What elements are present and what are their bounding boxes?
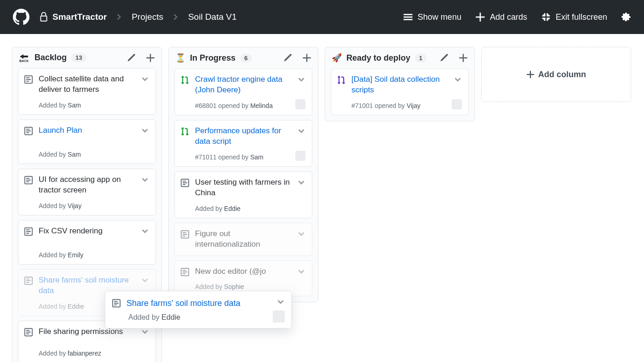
card[interactable]: UI for accessing app on tractor screen A…	[18, 169, 156, 215]
card-menu-icon[interactable]	[296, 229, 306, 239]
svg-point-8	[182, 76, 184, 78]
pr-open-icon	[180, 75, 190, 85]
pr-merged-icon	[337, 75, 346, 85]
card-meta: Added by fabianperez	[39, 350, 149, 357]
header-actions: Show menu Add cards Exit fullscreen	[403, 12, 631, 22]
breadcrumb-repo[interactable]: SmartTractor	[52, 12, 107, 22]
svg-point-11	[182, 127, 184, 130]
add-column-button[interactable]: Add column	[481, 47, 631, 102]
card-meta: Added by Emily	[39, 251, 149, 259]
note-icon	[24, 328, 33, 337]
avatar	[452, 99, 462, 109]
show-menu-label: Show menu	[418, 12, 461, 22]
card-title: Launch Plan	[39, 125, 95, 136]
card[interactable]: Performance updates for data script #710…	[174, 120, 312, 167]
hourglass-icon: ⏳	[175, 53, 185, 63]
avatar	[273, 311, 285, 322]
card[interactable]: [Data] Soil data collection scripts #710…	[331, 68, 469, 115]
add-card-icon[interactable]	[459, 53, 468, 62]
card-menu-icon[interactable]	[140, 226, 150, 236]
card-title: New doc editor (@jo	[195, 266, 279, 277]
avatar	[295, 151, 305, 161]
note-icon	[24, 175, 33, 185]
svg-point-12	[182, 133, 184, 136]
column-header: ⏳ In Progress 6	[169, 47, 318, 68]
column-title: In Progress	[190, 53, 236, 63]
column-count: 6	[240, 54, 252, 62]
note-icon	[180, 267, 190, 277]
add-cards-label: Add cards	[490, 12, 527, 22]
card-menu-icon[interactable]	[296, 74, 306, 85]
edit-column-icon[interactable]	[439, 53, 448, 62]
column-header: 🚀 Ready to deploy 1	[325, 47, 474, 68]
exit-fullscreen-button[interactable]: Exit fullscreen	[541, 12, 607, 22]
card[interactable]: Fix CSV rendering Added by Emily	[18, 220, 156, 265]
exit-fullscreen-icon	[541, 12, 551, 22]
board: BACK Backlog 13 Collect satellite data a…	[0, 34, 644, 362]
card[interactable]: Figure out internationalization	[174, 223, 312, 256]
card-title: User testing with farmers in China	[195, 177, 305, 198]
svg-rect-0	[40, 16, 46, 21]
plus-icon	[475, 12, 485, 22]
card[interactable]: Launch Plan Added by Sam	[18, 119, 156, 164]
gear-icon[interactable]	[621, 12, 631, 22]
add-card-icon[interactable]	[302, 53, 311, 62]
card-meta: Added by Sam	[39, 151, 149, 158]
card-meta: #68801 opened by Melinda	[195, 102, 305, 109]
card-menu-icon[interactable]	[140, 74, 150, 84]
chevron-right-icon	[115, 13, 123, 21]
card-title: Crawl tractor engine data (John Deere)	[195, 74, 305, 96]
avatar	[295, 99, 305, 109]
card-menu-icon[interactable]	[453, 74, 463, 85]
card-meta: Added by Vijay	[39, 202, 149, 209]
card-meta: Added by Eddie	[195, 205, 305, 212]
card[interactable]: Crawl tractor engine data (John Deere) #…	[174, 68, 312, 115]
note-icon	[24, 276, 33, 285]
plus-icon	[526, 70, 535, 79]
note-icon	[180, 178, 190, 187]
card-menu-icon[interactable]	[296, 266, 306, 277]
svg-point-17	[338, 76, 340, 78]
card-meta: Added by Sam	[39, 102, 149, 109]
card-menu-icon[interactable]	[276, 297, 286, 307]
add-column-label: Add column	[538, 70, 586, 79]
show-menu-button[interactable]: Show menu	[403, 12, 461, 22]
back-icon: BACK	[19, 53, 30, 62]
card-menu-icon[interactable]	[140, 275, 150, 285]
dragging-card[interactable]: Share farms' soil moisture data Added by…	[105, 291, 292, 328]
card-menu-icon[interactable]	[140, 125, 150, 136]
header: SmartTractor Projects Soil Data V1 Show …	[0, 0, 644, 34]
pr-open-icon	[180, 127, 190, 136]
column-in-progress: ⏳ In Progress 6 Crawl tractor engine dat…	[168, 47, 318, 302]
card-menu-icon[interactable]	[296, 177, 306, 187]
column-ready: 🚀 Ready to deploy 1 [Data] Soil data col…	[325, 47, 475, 121]
cards-list: [Data] Soil data collection scripts #710…	[325, 68, 474, 121]
card-title: Share farms' soil moisture data	[126, 298, 253, 309]
lock-icon	[40, 12, 48, 22]
note-icon	[24, 227, 33, 236]
menu-icon	[403, 12, 413, 22]
card-meta: Added by Eddie	[128, 313, 284, 322]
card[interactable]: Collect satellite data and deliver to fa…	[18, 68, 156, 115]
note-icon	[24, 126, 33, 136]
column-title: Backlog	[34, 53, 67, 62]
card[interactable]: User testing with farmers in China Added…	[174, 171, 312, 218]
breadcrumb-board[interactable]: Soil Data V1	[188, 12, 237, 22]
note-icon	[112, 299, 121, 308]
edit-column-icon[interactable]	[126, 53, 136, 62]
edit-column-icon[interactable]	[283, 53, 292, 62]
rocket-icon: 🚀	[332, 53, 342, 63]
svg-point-13	[186, 133, 189, 136]
breadcrumb-projects[interactable]: Projects	[132, 12, 163, 22]
svg-point-9	[182, 82, 184, 84]
github-logo-icon[interactable]	[13, 9, 29, 25]
note-icon	[180, 230, 190, 239]
svg-text:BACK: BACK	[19, 59, 29, 62]
column-title: Ready to deploy	[346, 53, 410, 63]
add-cards-button[interactable]: Add cards	[475, 12, 527, 22]
card-menu-icon[interactable]	[140, 175, 150, 185]
chevron-right-icon	[172, 13, 180, 21]
column-count: 13	[71, 53, 86, 62]
card-menu-icon[interactable]	[296, 126, 306, 136]
add-card-icon[interactable]	[146, 53, 155, 62]
